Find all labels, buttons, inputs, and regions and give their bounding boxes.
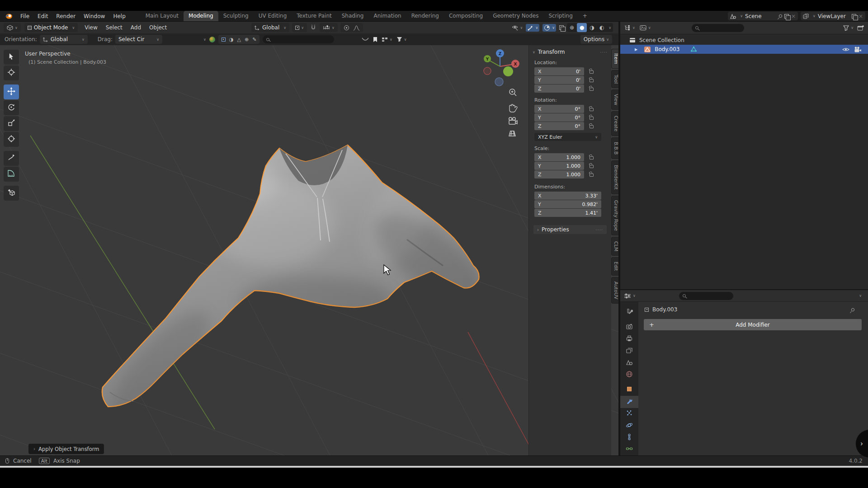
gizmo-y-neg-axis[interactable] (503, 66, 513, 76)
options-dropdown[interactable]: Options ∨ (580, 35, 612, 44)
shading-options-chevron-icon[interactable]: ∨ (609, 26, 611, 30)
scene-selector[interactable]: ∨ Scene × (728, 12, 798, 20)
overlays-toggle[interactable]: ∨ (542, 24, 556, 32)
scale-x-field[interactable]: X1.000 (534, 153, 584, 161)
expand-arrow-icon[interactable]: ▶ (635, 47, 637, 52)
snap-with-dropdown[interactable]: ∨ (320, 23, 338, 32)
mesh-filter-icon[interactable]: ◑ (229, 37, 234, 42)
tool-move-button[interactable] (4, 84, 19, 99)
properties-tab-object[interactable] (620, 384, 638, 396)
properties-tab-render[interactable] (620, 321, 638, 333)
snap-magnet-icon[interactable] (310, 24, 317, 31)
dimensions-z-field[interactable]: Z1.41' (534, 209, 601, 217)
new-viewlayer-icon[interactable] (852, 14, 856, 19)
tool-add-cube-button[interactable] (4, 186, 19, 201)
hide-eye-icon[interactable] (842, 47, 849, 52)
sidebar-tab-gravity-rope[interactable]: Gravity Rope (611, 196, 619, 235)
panel-drag-dots-icon[interactable]: ···· (600, 50, 608, 55)
rotation-mode-dropdown[interactable]: XYZ Euler ∨ (534, 133, 601, 141)
shading-material-icon[interactable]: ◑ (587, 23, 597, 32)
panel-drag-dots-icon[interactable]: ···· (595, 227, 603, 232)
properties-editor-type-button[interactable]: ∨ (624, 293, 636, 299)
scale-y-field[interactable]: Y1.000 (534, 162, 584, 170)
properties-tab-particles[interactable] (620, 408, 638, 420)
shading-solid-icon[interactable]: ● (577, 23, 587, 32)
workspace-tab-compositing[interactable]: Compositing (444, 11, 488, 21)
workspace-tab-sculpting[interactable]: Sculpting (218, 11, 254, 21)
sidebar-tab-blenderkit[interactable]: BlenderKit (611, 160, 619, 194)
gizmo-x-neg-axis[interactable] (484, 67, 491, 75)
grid-view-button[interactable] (509, 131, 515, 136)
workspace-tab-modeling[interactable]: Modeling (184, 11, 218, 21)
drag-dropdown[interactable]: Select Cir ∨ (115, 35, 162, 44)
properties-tab-view-layer[interactable] (620, 345, 638, 357)
dimensions-x-field[interactable]: X3.33' (534, 192, 601, 200)
bookmark-icon[interactable] (373, 37, 377, 42)
editor-type-button[interactable]: ∨ (4, 23, 21, 32)
location-z-field[interactable]: Z0' (534, 84, 584, 93)
mode-dropdown[interactable]: Object Mode ∨ (24, 23, 78, 32)
properties-tab-constraints[interactable] (620, 432, 638, 443)
menu-file[interactable]: File (16, 11, 33, 21)
add-workspace-button[interactable]: + (578, 11, 592, 21)
workspace-tab-shading[interactable]: Shading (337, 11, 369, 21)
brush-filter-icon[interactable]: ✎ (252, 37, 256, 42)
object-row-body003[interactable]: ▶ Body.003 (620, 45, 868, 54)
viewport-menu-select[interactable]: Select (102, 22, 127, 33)
sidebar-tab-edit[interactable]: Edit (611, 257, 619, 275)
lock-icon[interactable] (590, 88, 594, 91)
shading-rendered-icon[interactable]: ◐ (597, 23, 607, 32)
tool-measure-button[interactable] (4, 167, 19, 182)
workspace-tab-texture-paint[interactable]: Texture Paint (292, 11, 336, 21)
properties-options-chevron-icon[interactable]: ∨ (859, 294, 862, 298)
sidebar-tab-clm[interactable]: CLM (611, 237, 619, 256)
gizmos-toggle[interactable]: ∨ (526, 24, 539, 32)
pan-hand-button[interactable] (509, 104, 517, 112)
transform-orientation-dropdown[interactable]: Global ∨ (251, 23, 289, 32)
viewlayer-selector[interactable]: ∨ ViewLayer × (801, 12, 865, 20)
new-collection-icon[interactable] (857, 25, 864, 31)
tool-orientation-dropdown[interactable]: Global ∨ (40, 35, 88, 44)
lock-icon[interactable] (590, 165, 594, 168)
close-viewlayer-icon[interactable]: × (859, 13, 863, 19)
location-y-field[interactable]: Y0' (534, 76, 584, 84)
sidebar-tab-item[interactable]: Item (611, 49, 619, 69)
tool-annotate-button[interactable] (4, 151, 19, 166)
gizmo-z-neg-axis[interactable] (495, 78, 503, 86)
proportional-editing-group[interactable] (340, 23, 363, 32)
collapse-chevron-icon[interactable]: ∨ (203, 38, 206, 42)
zoom-button[interactable] (509, 89, 516, 96)
navigation-gizmo[interactable]: Z X Y (484, 49, 519, 86)
pivot-point-dropdown[interactable]: ∨ (292, 23, 307, 32)
collection-visibility-dropdown[interactable]: ∨ (382, 37, 392, 42)
workspace-tab-animation[interactable]: Animation (368, 11, 406, 21)
lock-icon[interactable] (590, 125, 594, 128)
scene-collection-row[interactable]: Scene Collection (620, 36, 868, 45)
outliner-filter-button[interactable]: ∨ (843, 25, 854, 31)
lock-icon[interactable] (590, 174, 594, 177)
workspace-tab-uv-editing[interactable]: UV Editing (254, 11, 292, 21)
outliner-editor-type-button[interactable]: ∨ (624, 25, 635, 31)
lock-icon[interactable] (590, 79, 594, 82)
sidebar-tab-create[interactable]: Create (611, 111, 619, 136)
properties-tab-physics[interactable] (620, 420, 638, 432)
lock-icon[interactable] (590, 156, 594, 160)
select-filter-icon[interactable] (222, 38, 226, 42)
lock-icon[interactable] (590, 70, 594, 74)
outliner-search-field[interactable] (692, 24, 744, 32)
menu-window[interactable]: Window (80, 11, 109, 21)
matcap-ball-icon[interactable] (209, 37, 215, 42)
outliner-display-mode-button[interactable]: ∨ (640, 25, 651, 31)
close-scene-icon[interactable]: × (791, 13, 796, 19)
properties-tab-output[interactable] (620, 333, 638, 345)
sidebar-tab-tool[interactable]: Tool (611, 70, 619, 88)
curve-handle-icon[interactable] (362, 37, 369, 42)
viewport-menu-view[interactable]: View (80, 22, 101, 33)
viewport-menu-add[interactable]: Add (127, 22, 145, 33)
workspace-tab-geometry-nodes[interactable]: Geometry Nodes (488, 11, 543, 21)
transform-panel-header[interactable]: ∨ Transform ···· (529, 47, 611, 57)
shading-wireframe-icon[interactable]: ⊕ (567, 23, 577, 32)
tool-search-field[interactable] (263, 35, 334, 43)
viewport-menu-object[interactable]: Object (145, 22, 171, 33)
3d-viewport[interactable]: Z X Y (0, 45, 619, 455)
